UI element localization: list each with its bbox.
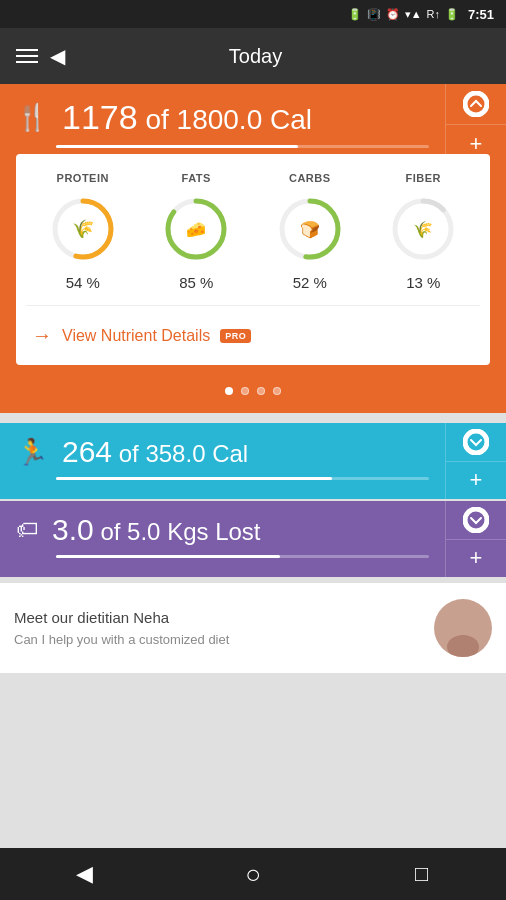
weight-current: 3.0 xyxy=(52,513,94,546)
calorie-progress-bar xyxy=(56,145,429,148)
svg-point-9 xyxy=(465,431,487,453)
weight-add-label: + xyxy=(470,545,483,571)
nutrient-fiber: FIBER 🌾 13 % xyxy=(367,172,481,291)
weight-goal: 5.0 xyxy=(127,518,160,545)
protein-percent: 54 % xyxy=(66,274,100,291)
protein-circle: 🌾 xyxy=(48,194,118,264)
exercise-header: 🏃 264 of 358.0 Cal xyxy=(16,435,429,469)
carbs-icon: 🍞 xyxy=(300,220,320,239)
carbs-label: CARBS xyxy=(289,172,331,184)
calorie-unit: Cal xyxy=(270,104,312,135)
svg-point-14 xyxy=(457,619,461,623)
carbs-percent: 52 % xyxy=(293,274,327,291)
protein-label: PROTEIN xyxy=(57,172,109,184)
page-dots xyxy=(0,375,506,399)
weight-progress-bar xyxy=(56,555,429,558)
calorie-section: 🍴 1178 of 1800.0 Cal + xyxy=(0,84,506,164)
nav-bar: ◀ Today xyxy=(0,28,506,84)
exercise-unit: Cal xyxy=(212,440,248,467)
dot-4[interactable] xyxy=(273,387,281,395)
dot-1[interactable] xyxy=(225,387,233,395)
exercise-display: 264 of 358.0 Cal xyxy=(62,435,248,469)
dietitian-banner[interactable]: Meet our dietitian Neha Can I help you w… xyxy=(0,583,506,673)
dietitian-subtitle: Can I help you with a customized diet xyxy=(14,632,229,647)
orange-background: 🍴 1178 of 1800.0 Cal + xyxy=(0,84,506,413)
fats-label: FATS xyxy=(182,172,211,184)
fats-percent: 85 % xyxy=(179,274,213,291)
recent-nav-label: □ xyxy=(415,861,428,887)
exercise-expand-button[interactable] xyxy=(446,423,506,462)
calorie-display: 1178 of 1800.0 Cal xyxy=(62,98,312,137)
status-icons: 🔋 📳 ⏰ ▾▲ R↑ 🔋 7:51 xyxy=(348,7,494,22)
weight-progress-fill xyxy=(56,555,280,558)
alarm-icon: ⏰ xyxy=(386,8,400,21)
back-button[interactable]: ◀ xyxy=(50,44,65,68)
fiber-icon: 🌾 xyxy=(413,220,433,239)
dietitian-avatar xyxy=(434,599,492,657)
fiber-label: FIBER xyxy=(406,172,442,184)
weight-icon: 🏷 xyxy=(16,517,38,543)
fats-circle: 🧀 xyxy=(161,194,231,264)
nutrient-row: PROTEIN 🌾 54 % FATS xyxy=(26,172,480,291)
weight-main: 🏷 3.0 of 5.0 Kgs Lost xyxy=(0,501,445,577)
calorie-of: of xyxy=(145,104,168,135)
exercise-main: 🏃 264 of 358.0 Cal xyxy=(0,423,445,499)
page-title: Today xyxy=(81,45,430,68)
svg-point-0 xyxy=(465,93,487,115)
back-nav-label: ◀ xyxy=(76,861,93,887)
nav-home-button[interactable]: ○ xyxy=(223,848,283,900)
exercise-section: 🏃 264 of 358.0 Cal + xyxy=(0,423,506,499)
svg-point-10 xyxy=(465,509,487,531)
weight-of: of xyxy=(100,518,127,545)
nutrient-divider xyxy=(26,305,480,306)
nav-recent-button[interactable]: □ xyxy=(392,848,452,900)
weight-unit: Kgs Lost xyxy=(167,518,260,545)
calorie-expand-button[interactable] xyxy=(446,84,506,125)
calorie-header: 🍴 1178 of 1800.0 Cal xyxy=(16,98,429,137)
food-icon: 🍴 xyxy=(16,102,48,133)
status-time: 7:51 xyxy=(468,7,494,22)
pro-badge: PRO xyxy=(220,329,251,343)
exercise-progress-bar xyxy=(56,477,429,480)
view-details-button[interactable]: View Nutrient Details xyxy=(62,327,210,345)
exercise-current: 264 xyxy=(62,435,112,468)
weight-section: 🏷 3.0 of 5.0 Kgs Lost + xyxy=(0,501,506,577)
exercise-add-label: + xyxy=(470,467,483,493)
battery-icon: 🔋 xyxy=(445,8,459,21)
nutrient-card: PROTEIN 🌾 54 % FATS xyxy=(16,154,490,365)
calorie-progress-fill xyxy=(56,145,298,148)
dietitian-text: Meet our dietitian Neha Can I help you w… xyxy=(14,609,229,647)
signal-icon: R↑ xyxy=(427,8,440,20)
menu-icon[interactable] xyxy=(16,49,38,63)
exercise-of: of xyxy=(119,440,146,467)
calorie-goal: 1800.0 xyxy=(177,104,263,135)
exercise-icon: 🏃 xyxy=(16,437,48,468)
weight-expand-button[interactable] xyxy=(446,501,506,540)
nutrient-protein: PROTEIN 🌾 54 % xyxy=(26,172,140,291)
dot-3[interactable] xyxy=(257,387,265,395)
nutrient-fats: FATS 🧀 85 % xyxy=(140,172,254,291)
fats-icon: 🧀 xyxy=(186,220,206,239)
weight-actions: + xyxy=(445,501,506,577)
fiber-circle: 🌾 xyxy=(388,194,458,264)
dot-2[interactable] xyxy=(241,387,249,395)
exercise-add-button[interactable]: + xyxy=(446,462,506,500)
calorie-current: 1178 xyxy=(62,98,138,136)
svg-point-12 xyxy=(453,613,473,633)
vibrate-icon: 📳 xyxy=(367,8,381,21)
battery-charging-icon: 🔋 xyxy=(348,8,362,21)
view-details-row[interactable]: → View Nutrient Details PRO xyxy=(26,320,480,351)
bottom-nav: ◀ ○ □ xyxy=(0,848,506,900)
calorie-actions: + xyxy=(445,84,506,164)
weight-header: 🏷 3.0 of 5.0 Kgs Lost xyxy=(16,513,429,547)
weight-add-button[interactable]: + xyxy=(446,540,506,578)
calorie-main: 🍴 1178 of 1800.0 Cal xyxy=(0,84,445,164)
wifi-icon: ▾▲ xyxy=(405,8,422,21)
weight-display: 3.0 of 5.0 Kgs Lost xyxy=(52,513,261,547)
dietitian-title: Meet our dietitian Neha xyxy=(14,609,229,626)
arrow-right-icon: → xyxy=(32,324,52,347)
exercise-progress-fill xyxy=(56,477,332,480)
nav-back-button[interactable]: ◀ xyxy=(54,848,114,900)
carbs-circle: 🍞 xyxy=(275,194,345,264)
nutrient-carbs: CARBS 🍞 52 % xyxy=(253,172,367,291)
